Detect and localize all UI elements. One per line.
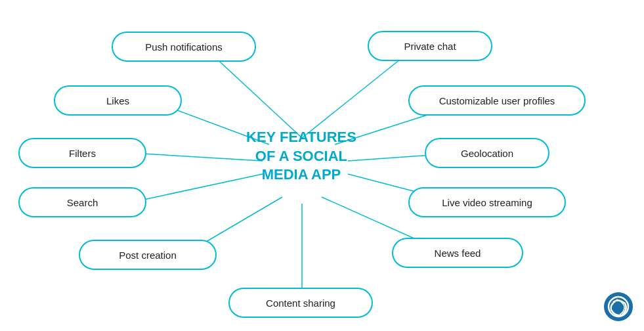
- feature-pill-push-notifications: Push notifications: [112, 32, 256, 62]
- feature-pill-customizable-user-profiles: Customizable user profiles: [408, 85, 586, 116]
- logo: [603, 292, 633, 322]
- center-title: KEY FEATURESOF A SOCIALMEDIA APP: [246, 128, 356, 185]
- diagram-container: KEY FEATURESOF A SOCIALMEDIA APP Push no…: [0, 0, 644, 331]
- feature-pill-geolocation: Geolocation: [425, 138, 549, 168]
- feature-pill-search: Search: [18, 187, 146, 217]
- svg-line-6: [131, 174, 263, 202]
- feature-pill-likes: Likes: [54, 85, 182, 116]
- feature-pill-private-chat: Private chat: [368, 31, 492, 61]
- feature-pill-news-feed: News feed: [392, 238, 523, 268]
- feature-pill-post-creation: Post creation: [79, 240, 217, 270]
- svg-line-4: [131, 153, 263, 161]
- feature-pill-content-sharing: Content sharing: [228, 288, 373, 318]
- feature-pill-filters: Filters: [18, 138, 146, 168]
- feature-pill-live-video-streaming: Live video streaming: [408, 187, 566, 217]
